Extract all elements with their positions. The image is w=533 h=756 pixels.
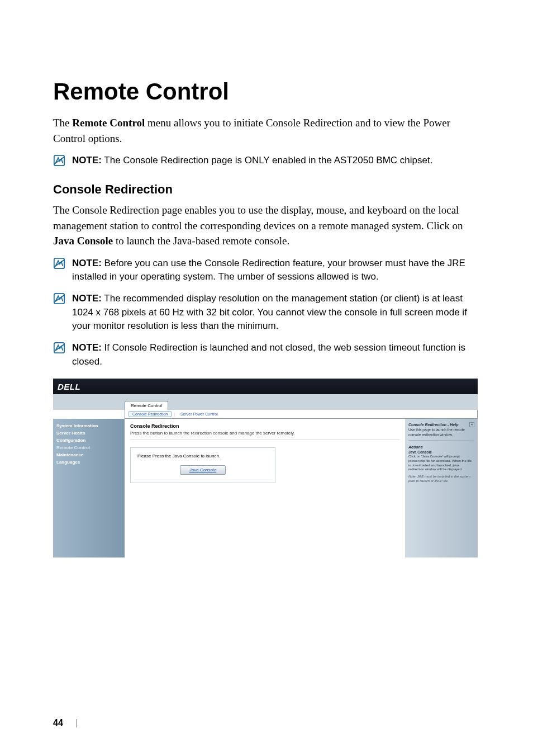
note-icon-wrap bbox=[53, 341, 72, 356]
ss-help-panel: Console Redirection - Help × Use this pa… bbox=[405, 419, 478, 557]
note-body: If Console Redirection is launched and n… bbox=[72, 342, 465, 367]
intro-pre: The bbox=[53, 117, 72, 129]
note-block-1: NOTE: The Console Redirection page is ON… bbox=[53, 154, 480, 169]
close-icon[interactable]: × bbox=[469, 422, 474, 427]
sidebar-item-remote-control[interactable]: Remote Control bbox=[56, 444, 120, 451]
body-paragraph: The Console Redirection page enables you… bbox=[53, 202, 480, 249]
ss-help-section: Actions bbox=[408, 445, 474, 449]
ss-topbar: DELL bbox=[53, 379, 478, 394]
ss-main-sub: Press the button to launch the redirecti… bbox=[130, 431, 399, 440]
note-body: The Console Redirection page is ONLY ena… bbox=[102, 155, 433, 166]
subtab-server-power-control[interactable]: Server Power Control bbox=[177, 412, 221, 417]
note-label: NOTE: bbox=[72, 342, 102, 353]
ss-help-title: Console Redirection - Help × bbox=[408, 422, 474, 427]
ss-help-item: Java Console bbox=[408, 450, 474, 454]
body-post: to launch the Java-based remote console. bbox=[113, 235, 289, 247]
sidebar-item-configuration[interactable]: Configuration bbox=[56, 437, 120, 444]
note-label: NOTE: bbox=[72, 155, 102, 166]
ss-panel-text: Please Press the Java Console to launch. bbox=[137, 453, 268, 459]
ss-subtab-row: Console Redirection | Server Power Contr… bbox=[125, 410, 478, 419]
note-body: The recommended display resolution on th… bbox=[72, 293, 467, 331]
note-text: NOTE: If Console Redirection is launched… bbox=[72, 341, 480, 368]
ss-main: Console Redirection Press the button to … bbox=[125, 419, 405, 557]
body-bold: Java Console bbox=[53, 235, 113, 247]
note-text: NOTE: The recommended display resolution… bbox=[72, 292, 480, 333]
note-text: NOTE: Before you can use the Console Red… bbox=[72, 257, 480, 284]
sidebar-item-server-health[interactable]: Server Health bbox=[56, 429, 120, 437]
ss-help-title-text: Console Redirection - Help bbox=[408, 423, 458, 427]
ss-launch-panel: Please Press the Java Console to launch.… bbox=[130, 447, 275, 483]
note-label: NOTE: bbox=[72, 258, 102, 268]
java-console-button[interactable]: Java Console bbox=[180, 465, 226, 475]
note-icon bbox=[53, 154, 65, 167]
page-title: Remote Control bbox=[53, 78, 480, 105]
sidebar-item-languages[interactable]: Languages bbox=[56, 459, 120, 466]
ss-main-title: Console Redirection bbox=[130, 423, 399, 429]
note-text: NOTE: The Console Redirection page is ON… bbox=[72, 154, 480, 168]
note-block-4: NOTE: If Console Redirection is launched… bbox=[53, 341, 480, 368]
note-icon bbox=[53, 257, 65, 270]
note-label: NOTE: bbox=[72, 293, 102, 304]
note-block-2: NOTE: Before you can use the Console Red… bbox=[53, 257, 480, 284]
note-icon-wrap bbox=[53, 292, 72, 307]
note-block-3: NOTE: The recommended display resolution… bbox=[53, 292, 480, 333]
ss-help-desc: Use this page to launch the remote conso… bbox=[408, 428, 474, 441]
ss-tab-row: Remote Control bbox=[53, 394, 478, 410]
note-icon-wrap bbox=[53, 154, 72, 169]
section-heading: Console Redirection bbox=[53, 182, 480, 197]
ss-help-note: Note: JRE must be installed in the syste… bbox=[408, 475, 474, 484]
page-separator: | bbox=[75, 718, 78, 728]
ss-body: System Information Server Health Configu… bbox=[53, 419, 478, 557]
page-footer: 44 | bbox=[53, 718, 78, 728]
tab-remote-control[interactable]: Remote Control bbox=[125, 401, 168, 410]
subtab-console-redirection[interactable]: Console Redirection bbox=[129, 411, 172, 417]
sidebar-item-maintenance[interactable]: Maintenance bbox=[56, 451, 120, 459]
note-icon bbox=[53, 342, 65, 354]
note-body: Before you can use the Console Redirecti… bbox=[72, 258, 465, 282]
ss-help-body: Click on 'Java Console' will prompt jvie… bbox=[408, 455, 474, 472]
body-pre: The Console Redirection page enables you… bbox=[53, 204, 463, 231]
page-number: 44 bbox=[53, 718, 63, 728]
embedded-screenshot: DELL Remote Control Console Redirection … bbox=[53, 379, 478, 557]
subtab-separator: | bbox=[174, 412, 175, 416]
note-icon-wrap bbox=[53, 257, 72, 272]
dell-logo: DELL bbox=[58, 382, 80, 391]
ss-sidebar: System Information Server Health Configu… bbox=[53, 419, 125, 557]
intro-bold: Remote Control bbox=[72, 117, 145, 129]
note-icon bbox=[53, 292, 65, 305]
sidebar-item-system-information[interactable]: System Information bbox=[56, 422, 120, 429]
intro-paragraph: The Remote Control menu allows you to in… bbox=[53, 115, 480, 146]
